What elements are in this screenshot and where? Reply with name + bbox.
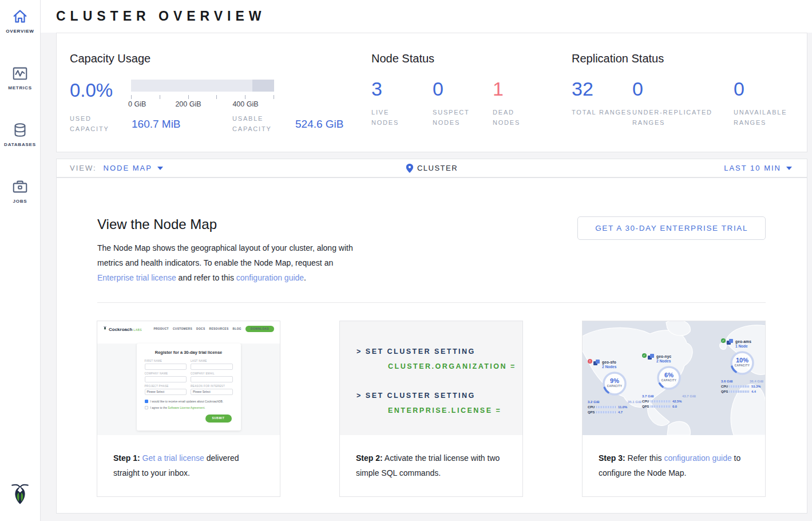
cpu-bar — [730, 385, 749, 388]
configuration-guide-link[interactable]: configuration guide — [236, 273, 304, 282]
map-pin-icon — [406, 164, 413, 173]
capacity-bar: 0 GiB 200 GiB 400 GiB — [131, 80, 274, 109]
node-map-panel: View the Node Map The Node Map shows the… — [56, 177, 807, 514]
page-header: CLUSTER OVERVIEW — [41, 0, 812, 33]
mini-site-nav: PRODUCT CUSTOMERS DOCS RESOURCES BLOG DO… — [153, 326, 274, 332]
enterprise-trial-button[interactable]: GET A 30-DAY ENTERPRISE TRIAL — [577, 216, 766, 240]
capacity-axis-labels: 0 GiB 200 GiB 400 GiB — [131, 100, 274, 109]
used-capacity-label: USED CAPACITY — [70, 113, 121, 134]
cockroach-labs-mini-logo: CockroachLABS — [103, 326, 142, 332]
cpu-bar — [651, 400, 670, 402]
total-ranges-stat: 32 TOTAL RANGES — [572, 78, 632, 128]
node-map-description: The Node Map shows the geographical layo… — [97, 240, 362, 285]
sidebar-item-label: DATABASES — [0, 142, 40, 147]
node-status-section: Node Status 3 LIVE NODES 0 SUSPECT NODES… — [371, 33, 572, 152]
sidebar-item-databases[interactable]: DATABASES — [0, 113, 40, 153]
step-3-caption: Step 3: Refer this configuration guide t… — [583, 435, 765, 480]
cluster-summary-panel: Capacity Usage 0.0% 0 GiB 200 GiB 400 Gi… — [56, 33, 807, 152]
home-icon — [11, 8, 29, 25]
node-status-live-icon: ✓ — [642, 353, 647, 358]
page-title: CLUSTER OVERVIEW — [41, 0, 812, 33]
view-label: VIEW: — [70, 164, 97, 172]
unavailable-ranges-stat: 0 UNAVAILABLE RANGES — [734, 78, 793, 128]
time-range-selector[interactable]: LAST 10 MIN — [724, 164, 807, 172]
map-node-geo-ams: ✓ geo-ams1 Node 10% CAPACITY 3.6 GiB36.4… — [721, 338, 763, 393]
scope-breadcrumb[interactable]: CLUSTER — [406, 164, 458, 173]
node-status-live-icon: ✓ — [721, 338, 726, 343]
database-icon — [11, 121, 29, 139]
sidebar-item-label: OVERVIEW — [0, 29, 40, 34]
sql-commands-illustration: > SET CLUSTER SETTING CLUSTER.ORGANIZATI… — [340, 321, 522, 435]
metrics-icon — [11, 65, 29, 82]
step-2-caption: Step 2: Activate the trial license with … — [340, 435, 522, 480]
trial-license-site-screenshot: CockroachLABS PRODUCT CUSTOMERS DOCS RES… — [97, 321, 280, 435]
cpu-bar — [596, 406, 616, 408]
suspect-nodes-stat: 0 SUSPECT NODES — [433, 78, 493, 128]
get-trial-license-link[interactable]: Get a trial license — [142, 453, 204, 463]
mini-checkbox-checked — [145, 400, 148, 403]
map-node-geo-nyc: ✓ geo-nyc2 Nodes 6% CAPACITY 3.7 GiB43.7… — [642, 353, 696, 408]
qps-bar — [730, 390, 749, 393]
used-capacity-value: 160.7 MiB — [132, 118, 195, 131]
node-status-title: Node Status — [371, 52, 572, 65]
chevron-down-icon — [786, 167, 792, 170]
qps-bar — [651, 405, 670, 408]
sidebar-item-jobs[interactable]: JOBS — [0, 170, 40, 210]
dead-nodes-stat: 1 DEAD NODES — [493, 78, 535, 128]
mini-submit-button: SUBMIT — [205, 415, 232, 423]
page-background — [41, 514, 812, 521]
node-map-heading: View the Node Map — [97, 216, 362, 232]
sidebar: OVERVIEW METRICS DATABASES JOBS — [0, 0, 41, 521]
usable-capacity-label: USABLE CAPACITY — [232, 113, 285, 134]
scope-label: CLUSTER — [417, 164, 458, 172]
trial-registration-form: Register for a 30-day trial license FIRS… — [137, 344, 241, 431]
configuration-guide-link[interactable]: configuration guide — [664, 453, 731, 463]
briefcase-icon — [11, 178, 29, 195]
sidebar-item-label: JOBS — [0, 199, 40, 204]
mini-checkbox-unchecked — [145, 406, 148, 409]
replication-status-title: Replication Status — [572, 52, 807, 65]
sidebar-item-label: METRICS — [0, 85, 40, 90]
view-bar: VIEW: NODE MAP CLUSTER LAST 10 MIN — [56, 159, 807, 177]
cockroachdb-logo — [0, 482, 40, 511]
cockroach-icon — [8, 482, 32, 508]
enterprise-trial-license-link[interactable]: Enterprise trial license — [97, 273, 176, 282]
live-nodes-stat: 3 LIVE NODES — [371, 78, 433, 128]
node-cubes-icon — [647, 353, 655, 360]
sidebar-item-overview[interactable]: OVERVIEW — [0, 0, 40, 40]
node-cubes-icon — [593, 359, 600, 366]
node-map-preview: ! geo-sfo2 Nodes 9% CAPACITY 3.2 GiB35.1… — [583, 321, 765, 435]
step-2-card: > SET CLUSTER SETTING CLUSTER.ORGANIZATI… — [339, 321, 523, 497]
qps-bar — [596, 411, 616, 413]
map-node-geo-sfo: ! geo-sfo2 Nodes 9% CAPACITY 3.2 GiB35.1… — [588, 359, 641, 414]
capacity-usage-title: Capacity Usage — [70, 52, 371, 65]
capacity-axis-ticks — [131, 95, 274, 99]
step-1-card: CockroachLABS PRODUCT CUSTOMERS DOCS RES… — [97, 321, 280, 497]
chevron-down-icon — [157, 167, 163, 170]
capacity-percent: 0.0% — [70, 80, 131, 109]
mini-download-button: DOWNLOAD — [245, 326, 274, 332]
step-1-caption: Step 1: Get a trial license delivered st… — [97, 435, 280, 480]
under-replicated-ranges-stat: 0 UNDER-REPLICATED RANGES — [632, 78, 734, 128]
usable-capacity-value: 524.6 GiB — [295, 118, 358, 131]
node-map-intro: View the Node Map The Node Map shows the… — [97, 216, 362, 285]
replication-status-section: Replication Status 32 TOTAL RANGES 0 UND… — [572, 33, 807, 152]
sidebar-item-metrics[interactable]: METRICS — [0, 57, 40, 96]
step-3-card: ! geo-sfo2 Nodes 9% CAPACITY 3.2 GiB35.1… — [582, 321, 766, 497]
capacity-bar-reserved-segment — [252, 80, 274, 92]
node-status-dead-icon: ! — [588, 359, 592, 364]
node-cubes-icon — [726, 338, 734, 345]
view-selector[interactable]: NODE MAP — [104, 164, 163, 172]
capacity-usage-section: Capacity Usage 0.0% 0 GiB 200 GiB 400 Gi… — [57, 33, 371, 152]
